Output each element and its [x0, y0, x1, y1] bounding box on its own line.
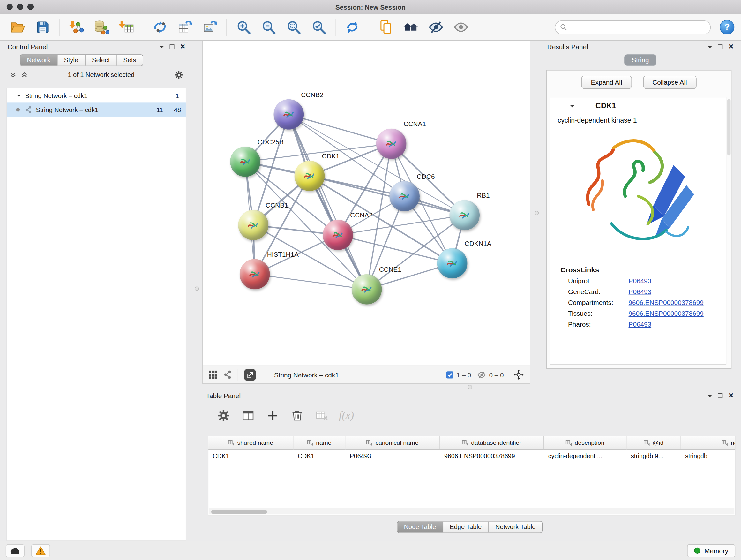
- panel-menu-button[interactable]: [708, 395, 713, 399]
- network-node-CCNA2[interactable]: [323, 220, 353, 250]
- save-session-button[interactable]: [31, 16, 53, 38]
- add-column-button[interactable]: [263, 406, 282, 426]
- table-cell[interactable]: P06493: [346, 449, 440, 462]
- column-header[interactable]: canonical name: [346, 436, 440, 449]
- network-node-CDC25B[interactable]: [230, 146, 260, 177]
- column-header[interactable]: @id: [627, 436, 681, 449]
- column-header[interactable]: description: [544, 436, 626, 449]
- crosslink-link[interactable]: P06493: [629, 277, 651, 285]
- gene-card-header[interactable]: CDK1: [550, 98, 726, 114]
- results-scrollbar[interactable]: [727, 99, 731, 156]
- scrollbar-thumb[interactable]: [211, 509, 267, 514]
- panel-menu-button[interactable]: [159, 46, 164, 51]
- collapse-all-button[interactable]: Collapse All: [643, 76, 697, 89]
- bottom-splitter-handle[interactable]: [468, 385, 472, 389]
- table-cell[interactable]: 9606.ENSP00000378699: [440, 449, 544, 462]
- panel-float-button[interactable]: [170, 44, 175, 49]
- panel-menu-button[interactable]: [708, 46, 713, 51]
- tab-network[interactable]: Network: [20, 55, 57, 66]
- network-node-CDKN1A[interactable]: [437, 248, 468, 278]
- horizontal-scrollbar[interactable]: [209, 508, 735, 514]
- tab-network-table[interactable]: Network Table: [488, 521, 542, 532]
- memory-button[interactable]: Memory: [687, 544, 735, 557]
- table-cell[interactable]: stringdb: [681, 449, 735, 462]
- zoom-selected-button[interactable]: [308, 16, 329, 38]
- zoom-in-button[interactable]: [232, 16, 254, 38]
- tab-node-table[interactable]: Node Table: [397, 521, 443, 532]
- column-header[interactable]: name: [293, 436, 346, 449]
- network-from-selection-button[interactable]: [149, 16, 171, 38]
- crosslink-link[interactable]: 9606.ENSP00000378699: [629, 299, 704, 307]
- apply-layout-button[interactable]: [341, 16, 363, 38]
- crosslink-link[interactable]: 9606.ENSP00000378699: [629, 310, 704, 317]
- panel-float-button[interactable]: [718, 44, 723, 49]
- crosslink-link[interactable]: P06493: [629, 320, 651, 328]
- copy-documents-button[interactable]: [375, 16, 396, 38]
- export-view-icon[interactable]: [244, 368, 256, 381]
- network-node-CCNB1[interactable]: [238, 210, 268, 240]
- table-cell[interactable]: CDK1: [208, 449, 293, 462]
- fit-content-crosshair-icon[interactable]: [513, 369, 524, 380]
- expand-all-icon[interactable]: [21, 71, 28, 78]
- export-table-button[interactable]: [174, 16, 196, 38]
- zoom-fit-button[interactable]: [283, 16, 305, 38]
- table-settings-button[interactable]: [213, 406, 233, 426]
- panel-close-button[interactable]: ×: [729, 391, 734, 400]
- column-header[interactable]: shared name: [208, 436, 293, 449]
- import-network-database-button[interactable]: [90, 16, 112, 38]
- tab-edge-table[interactable]: Edge Table: [443, 521, 489, 532]
- selected-checkbox-icon[interactable]: [446, 371, 454, 379]
- show-all-button[interactable]: [450, 16, 472, 38]
- network-node-RB1[interactable]: [449, 200, 480, 230]
- show-columns-button[interactable]: [238, 406, 258, 426]
- import-table-button[interactable]: [115, 16, 137, 38]
- collapse-all-icon[interactable]: [10, 71, 17, 78]
- table-cell[interactable]: cyclin-dependent ...: [544, 449, 626, 462]
- gear-icon[interactable]: [174, 70, 183, 79]
- hidden-eye-slash-icon[interactable]: [477, 370, 486, 380]
- zoom-out-button[interactable]: [258, 16, 279, 38]
- tab-style[interactable]: Style: [57, 55, 85, 66]
- network-node-HIST1H1A[interactable]: [240, 259, 270, 290]
- tree-expander-icon[interactable]: [17, 94, 21, 99]
- collapse-gene-icon[interactable]: [570, 105, 575, 110]
- import-network-file-button[interactable]: [65, 16, 87, 38]
- network-row[interactable]: String Network – cdk1 11 48: [7, 103, 186, 117]
- minimize-window-button[interactable]: [17, 4, 23, 10]
- network-node-CCNB2[interactable]: [273, 99, 304, 130]
- tab-sets[interactable]: Sets: [117, 55, 143, 66]
- column-header[interactable]: database identifier: [440, 436, 544, 449]
- help-button[interactable]: ?: [720, 20, 734, 35]
- network-node-CDC6[interactable]: [389, 181, 420, 211]
- network-canvas[interactable]: CCNB2CCNA1CDC25BCDK1CDC6RB1CCNB1CCNA2CDK…: [203, 41, 530, 366]
- network-node-CCNE1[interactable]: [352, 274, 382, 305]
- export-image-button[interactable]: [199, 16, 220, 38]
- zoom-window-button[interactable]: [27, 4, 33, 10]
- table-cell[interactable]: stringdb:9...: [627, 449, 681, 462]
- search-input[interactable]: [570, 23, 705, 30]
- home-button[interactable]: [400, 16, 421, 38]
- panel-close-button[interactable]: ×: [729, 42, 734, 51]
- expand-all-button[interactable]: Expand All: [582, 76, 631, 89]
- panel-close-button[interactable]: ×: [180, 42, 185, 51]
- close-window-button[interactable]: [7, 4, 13, 10]
- network-node-CDK1[interactable]: [294, 161, 325, 191]
- warnings-button[interactable]: [31, 544, 50, 557]
- column-header[interactable]: namespace: [681, 436, 735, 449]
- network-collection-row[interactable]: String Network – cdk1 1: [7, 88, 186, 103]
- table-row[interactable]: CDK1 CDK1 P06493 9606.ENSP00000378699 cy…: [208, 449, 735, 462]
- string-tab[interactable]: String: [624, 54, 657, 66]
- delete-column-button[interactable]: [287, 406, 307, 426]
- network-node-CCNA1[interactable]: [376, 129, 407, 159]
- delete-table-button[interactable]: [312, 406, 332, 426]
- cloud-button[interactable]: [6, 544, 24, 557]
- function-builder-button[interactable]: f(x): [336, 406, 356, 426]
- left-splitter-handle[interactable]: [195, 287, 199, 291]
- crosslink-link[interactable]: P06493: [629, 288, 651, 296]
- panel-float-button[interactable]: [718, 393, 723, 398]
- table-cell[interactable]: CDK1: [293, 449, 346, 462]
- birds-eye-view-icon[interactable]: [208, 370, 217, 379]
- tab-select[interactable]: Select: [85, 55, 117, 66]
- network-overview-icon[interactable]: [223, 370, 232, 379]
- right-splitter-handle[interactable]: [535, 211, 539, 215]
